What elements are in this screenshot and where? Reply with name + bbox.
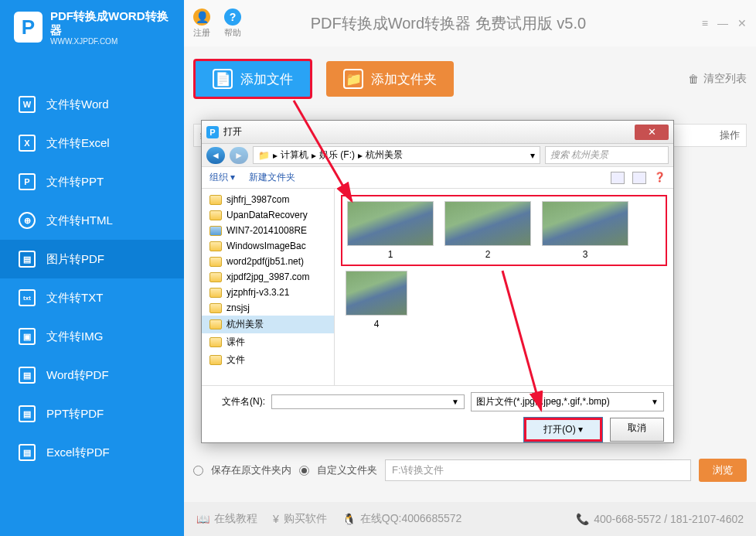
tree-label: xjpdf2jpg_3987.com xyxy=(226,271,309,282)
crumb-2[interactable]: 杭州美景 xyxy=(366,149,403,162)
settings-icon[interactable]: ≡ xyxy=(702,17,708,29)
help-icon[interactable]: ❓ xyxy=(654,172,666,184)
thumbnail-4[interactable]: 4 xyxy=(346,271,407,329)
dialog-toolbar: 组织 ▾ 新建文件夹 ❓ xyxy=(202,167,673,189)
tree-item[interactable]: 文件 xyxy=(202,351,334,369)
qq-link[interactable]: 🐧在线QQ:4006685572 xyxy=(342,512,462,526)
sidebar-item-ppt2pdf[interactable]: ▤PPT转PDF xyxy=(0,394,184,433)
tree-label: sjhfrj_3987com xyxy=(226,194,289,205)
register-button[interactable]: 👤注册 xyxy=(193,9,210,39)
word-icon: W xyxy=(19,96,36,113)
folder-icon xyxy=(209,355,222,365)
help-button[interactable]: ?帮助 xyxy=(224,9,241,39)
side-label: 图片转PDF xyxy=(46,252,104,267)
sidebar-item-excel2pdf[interactable]: ▤Excel转PDF xyxy=(0,433,184,472)
sidebar-item-excel[interactable]: X文件转Excel xyxy=(0,124,184,162)
footer: 📖在线教程 ¥购买软件 🐧在线QQ:4006685572 📞400-668-55… xyxy=(184,502,756,536)
browse-button[interactable]: 浏览 xyxy=(699,459,747,482)
ppt-icon: P xyxy=(19,173,36,190)
clear-list-button[interactable]: 🗑 清空列表 xyxy=(688,72,747,86)
file-icon: 📄 xyxy=(213,69,233,89)
image-thumb xyxy=(542,201,628,246)
chevron-down-icon: ▼ xyxy=(451,398,459,406)
crumb-0[interactable]: 计算机 xyxy=(281,149,308,162)
logo-url: WWW.XJPDF.COM xyxy=(50,37,170,46)
sidebar-item-txt[interactable]: txt文件转TXT xyxy=(0,278,184,317)
tree-item[interactable]: WindowsImageBac xyxy=(202,238,334,254)
toolbar: 📄 添加文件 📁 添加文件夹 🗑 清空列表 xyxy=(193,57,747,101)
radio-keep-source[interactable] xyxy=(193,466,203,476)
filetype-select[interactable]: 图片文件(*.jpg,*.jpeg,*.gif,*.bmp)▼ xyxy=(471,392,664,411)
buy-link[interactable]: ¥购买软件 xyxy=(273,512,327,526)
word2pdf-icon: ▤ xyxy=(19,367,36,384)
minimize-icon[interactable]: — xyxy=(717,17,728,29)
organize-menu[interactable]: 组织 ▾ xyxy=(209,171,235,184)
output-path-input[interactable]: F:\转换文件 xyxy=(385,459,691,481)
sidebar-item-ppt[interactable]: P文件转PPT xyxy=(0,162,184,201)
folder-icon xyxy=(209,210,222,220)
dialog-search-input[interactable]: 搜索 杭州美景 xyxy=(545,146,669,164)
yen-icon: ¥ xyxy=(273,513,279,525)
dialog-titlebar: P 打开 ✕ xyxy=(202,121,673,144)
folder-icon: 📁 xyxy=(258,150,270,161)
nav-back-button[interactable]: ◄ xyxy=(206,147,225,164)
dialog-open-button[interactable]: 打开(O) ▾ xyxy=(524,418,602,442)
thumbnail-3[interactable]: 3 xyxy=(542,201,628,260)
new-folder-button[interactable]: 新建文件夹 xyxy=(249,171,295,184)
trash-icon: 🗑 xyxy=(688,73,699,85)
add-file-button[interactable]: 📄 添加文件 xyxy=(193,59,312,99)
close-icon[interactable]: ✕ xyxy=(737,17,747,29)
radio-custom[interactable] xyxy=(299,466,309,476)
add-file-label: 添加文件 xyxy=(240,70,293,88)
tutorial-link[interactable]: 📖在线教程 xyxy=(196,512,257,526)
side-label: PPT转PDF xyxy=(46,407,104,422)
tree-item[interactable]: xjpdf2jpg_3987.com xyxy=(202,269,334,285)
thumbnail-pane: 1 2 3 4 xyxy=(335,189,673,385)
dialog-close-button[interactable]: ✕ xyxy=(635,125,669,140)
ppt2pdf-icon: ▤ xyxy=(19,405,36,422)
tree-item[interactable]: UpanDataRecovery xyxy=(202,207,334,223)
view-mode-button[interactable] xyxy=(611,172,625,184)
tree-item[interactable]: yjzphfrj-v3.3.21 xyxy=(202,285,334,300)
tree-item[interactable]: znsjsj xyxy=(202,300,334,316)
tree-label: word2pdf(jb51.net) xyxy=(226,256,304,267)
html-icon: ⊕ xyxy=(19,212,36,229)
buy-label: 购买软件 xyxy=(284,512,327,526)
side-label: 文件转Word xyxy=(46,97,109,112)
sidebar-item-word[interactable]: W文件转Word xyxy=(0,85,184,124)
sidebar-item-img2pdf[interactable]: ▤图片转PDF xyxy=(0,240,184,278)
dialog-cancel-button[interactable]: 取消 xyxy=(610,418,664,442)
preview-pane-button[interactable] xyxy=(632,172,646,184)
side-label: 文件转TXT xyxy=(46,291,103,306)
nav-forward-button[interactable]: ► xyxy=(230,147,248,164)
tree-item[interactable]: sjhfrj_3987com xyxy=(202,192,334,207)
tree-label: UpanDataRecovery xyxy=(226,210,308,220)
breadcrumb[interactable]: 📁 ▸计算机 ▸娱乐 (F:) ▸杭州美景 ▾ xyxy=(253,146,540,164)
txt-icon: txt xyxy=(19,289,36,306)
book-icon: 📖 xyxy=(196,513,209,525)
sidebar-item-img[interactable]: ▣文件转IMG xyxy=(0,317,184,356)
tree-label: yjzphfrj-v3.3.21 xyxy=(226,287,289,298)
filename-input[interactable]: ▼ xyxy=(271,394,465,409)
add-folder-button[interactable]: 📁 添加文件夹 xyxy=(326,61,454,97)
tree-item[interactable]: WIN7-20141008RE xyxy=(202,223,334,238)
img-icon: ▣ xyxy=(19,328,36,345)
thumbnail-1[interactable]: 1 xyxy=(347,201,434,260)
dialog-title: 打开 xyxy=(223,125,242,138)
sidebar-item-word2pdf[interactable]: ▤Word转PDF xyxy=(0,356,184,394)
tree-item[interactable]: word2pdf(jb51.net) xyxy=(202,254,334,269)
thumb-label: 4 xyxy=(374,319,380,329)
help-label: 帮助 xyxy=(224,27,241,39)
tree-label: WIN7-20141008RE xyxy=(226,225,307,236)
sidebar: P PDF转换成WORD转换器 WWW.XJPDF.COM W文件转Word X… xyxy=(0,0,184,536)
sidebar-item-html[interactable]: ⊕文件转HTML xyxy=(0,201,184,240)
clear-label: 清空列表 xyxy=(703,72,747,86)
tree-item-selected[interactable]: 杭州美景 xyxy=(202,316,334,333)
add-folder-label: 添加文件夹 xyxy=(371,70,437,88)
tree-item[interactable]: 课件 xyxy=(202,333,334,351)
tree-label: 杭州美景 xyxy=(226,318,264,331)
crumb-1[interactable]: 娱乐 (F:) xyxy=(319,149,355,162)
phone-info: 📞400-668-5572 / 181-2107-4602 xyxy=(576,513,744,525)
open-label: 打开(O) xyxy=(543,424,575,435)
thumbnail-2[interactable]: 2 xyxy=(444,201,531,260)
